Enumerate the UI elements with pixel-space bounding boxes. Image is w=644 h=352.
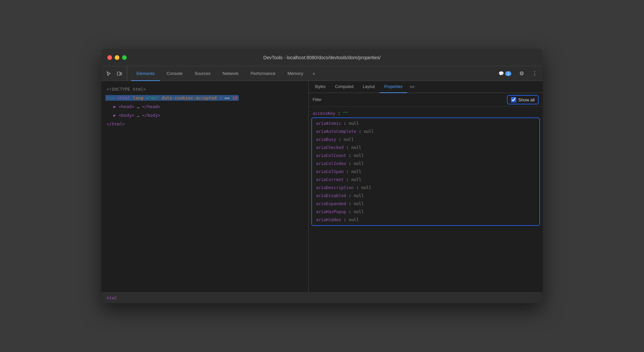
prop-ariaChecked: ariaChecked : null [312, 144, 539, 152]
tab-layout[interactable]: Layout [358, 81, 380, 93]
show-all-container: Show all [507, 95, 539, 104]
main-area: <!DOCTYPE html> ··· <html lang ="en" dat… [101, 81, 543, 292]
tab-sources[interactable]: Sources [189, 66, 216, 81]
dom-doctype-line: <!DOCTYPE html> [107, 85, 303, 94]
prop-ariaColIndex: ariaColIndex : null [312, 160, 539, 168]
properties-panel: accessKey : "" ariaAtomic : null ariaAut… [309, 107, 543, 292]
tab-styles[interactable]: Styles [310, 81, 330, 93]
right-panel: Styles Computed Layout Properties >> Fil… [309, 81, 543, 292]
maximize-button[interactable] [122, 55, 127, 60]
gear-icon: ⚙ [519, 71, 524, 76]
minimize-button[interactable] [115, 55, 119, 60]
prop-ariaHasPopup: ariaHasPopup : null [312, 208, 539, 216]
svg-rect-1 [120, 73, 122, 75]
show-all-checkbox[interactable] [511, 97, 516, 102]
prop-ariaBusy: ariaBusy : null [312, 136, 539, 144]
prop-ariaHidden: ariaHidden : null [312, 216, 539, 224]
more-tabs-button[interactable]: » [310, 66, 318, 81]
dom-html-line[interactable]: ··· <html lang ="en" data-cookies-accept… [107, 94, 303, 102]
tab-memory[interactable]: Memory [282, 66, 309, 81]
aria-properties-box: ariaAtomic : null ariaAutoComplete : nul… [311, 117, 540, 226]
tab-performance[interactable]: Performance [245, 66, 281, 81]
prop-ariaAtomic: ariaAtomic : null [312, 119, 539, 127]
window-title: DevTools - localhost:8080/docs/devtools/… [263, 55, 381, 60]
messages-button[interactable]: 💬 1 [496, 70, 514, 77]
main-tabbar: Elements Console Sources Network Perform… [101, 66, 543, 81]
dom-head-line[interactable]: ▶ <head> … </head> [107, 102, 303, 111]
prop-ariaColCount: ariaColCount : null [312, 152, 539, 160]
message-icon: 💬 [499, 71, 504, 76]
prop-ariaAutoComplete: ariaAutoComplete : null [312, 127, 539, 136]
device-icon[interactable] [115, 69, 124, 78]
panel-tabbar: Styles Computed Layout Properties >> [309, 81, 543, 93]
message-badge: 1 [505, 71, 511, 76]
tab-computed[interactable]: Computed [330, 81, 358, 93]
show-all-label[interactable]: Show all [518, 97, 535, 102]
more-options-button[interactable]: ⋮ [529, 69, 540, 78]
window-controls [107, 55, 127, 60]
breadcrumb: html [107, 295, 117, 300]
prop-ariaColSpan: ariaColSpan : null [312, 168, 539, 176]
tabbar-right-controls: 💬 1 ⚙ ⋮ [496, 66, 540, 81]
tab-elements[interactable]: Elements [131, 66, 160, 81]
titlebar: DevTools - localhost:8080/docs/devtools/… [101, 49, 543, 66]
more-panel-tabs[interactable]: >> [407, 81, 417, 93]
filter-label: Filter [313, 97, 322, 102]
prop-ariaCurrent: ariaCurrent : null [312, 176, 539, 184]
dom-body-line[interactable]: ▶ <body> … </body> [107, 111, 303, 120]
cursor-icon[interactable] [104, 69, 113, 78]
prop-ariaExpanded: ariaExpanded : null [312, 200, 539, 208]
prop-accesskey: accessKey : "" [309, 109, 543, 117]
tab-console[interactable]: Console [161, 66, 188, 81]
dom-close-html-line: </html> [107, 120, 303, 128]
ellipsis-icon: ⋮ [532, 71, 537, 76]
filter-bar: Filter Show all [309, 93, 543, 107]
bottombar: html [101, 292, 543, 303]
svg-rect-0 [117, 72, 120, 75]
tab-network[interactable]: Network [217, 66, 244, 81]
tab-properties[interactable]: Properties [380, 81, 407, 93]
dom-panel: <!DOCTYPE html> ··· <html lang ="en" dat… [101, 81, 309, 292]
inspector-icons [104, 66, 127, 81]
prop-ariaDescription: ariaDescription : null [312, 184, 539, 192]
close-button[interactable] [107, 55, 112, 60]
devtools-window: DevTools - localhost:8080/docs/devtools/… [101, 49, 543, 303]
prop-ariaDisabled: ariaDisabled : null [312, 192, 539, 200]
settings-button[interactable]: ⚙ [517, 69, 527, 78]
